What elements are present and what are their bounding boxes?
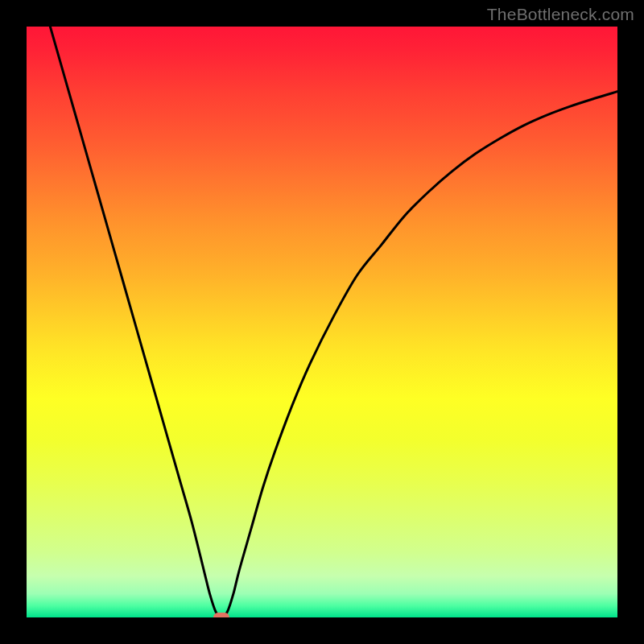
bottleneck-curve <box>50 27 617 617</box>
optimal-marker <box>213 613 229 617</box>
curve-layer <box>27 27 617 617</box>
plot-area <box>27 27 617 617</box>
chart-frame: TheBottleneck.com <box>0 0 644 644</box>
watermark-text: TheBottleneck.com <box>487 5 634 24</box>
